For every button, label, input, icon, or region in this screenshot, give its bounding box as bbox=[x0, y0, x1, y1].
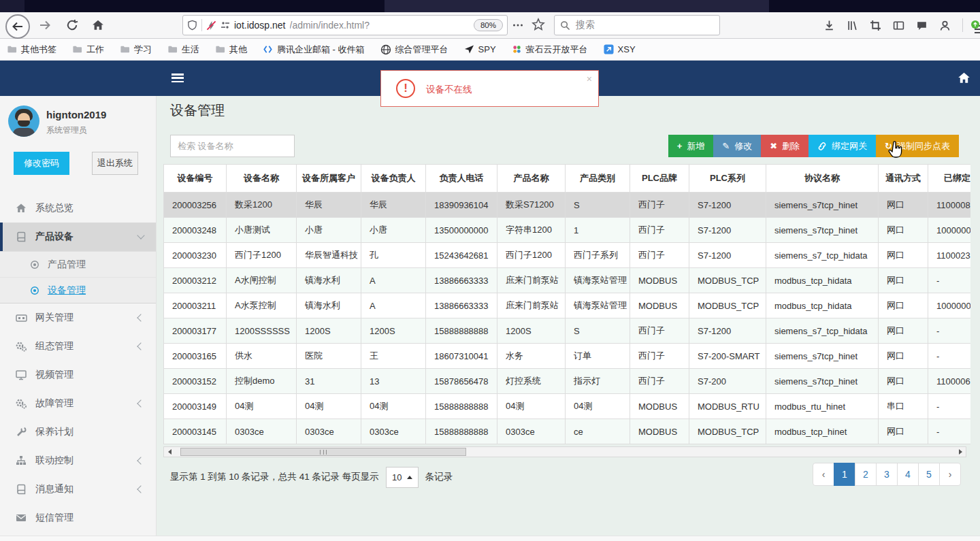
next-page-button[interactable]: › bbox=[939, 463, 961, 486]
table-cell: A水泵控制 bbox=[227, 293, 297, 318]
column-header-4: 负责人电话 bbox=[426, 165, 497, 193]
sidebar-item-products[interactable]: 产品设备 bbox=[0, 223, 156, 251]
screenshot-crop-icon[interactable] bbox=[870, 20, 881, 31]
permissions-icon[interactable] bbox=[220, 20, 230, 30]
folder-icon bbox=[72, 44, 82, 54]
chevron-left-icon bbox=[137, 399, 144, 407]
page-button-4[interactable]: 4 bbox=[897, 463, 919, 486]
table-cell: 15888888888 bbox=[426, 394, 497, 419]
app-home-button[interactable] bbox=[958, 71, 970, 84]
edit-button[interactable]: ✎修改 bbox=[713, 135, 761, 157]
table-cell: 镇海泵站管理 bbox=[566, 293, 630, 318]
table-cell: S bbox=[566, 193, 630, 218]
page-button-1[interactable]: 1 bbox=[834, 463, 855, 486]
library-icon[interactable] bbox=[847, 20, 858, 31]
table-cell: 华辰 bbox=[297, 193, 361, 218]
table-cell: 网口 bbox=[879, 293, 928, 318]
table-cell: 网口 bbox=[879, 268, 928, 293]
change-password-button[interactable]: 修改密码 bbox=[14, 152, 69, 175]
table-row-8[interactable]: 20000314904测04测04测1588888888804测04测MODBU… bbox=[164, 394, 971, 419]
table-cell: - bbox=[928, 318, 971, 344]
bookmark-star-button[interactable] bbox=[532, 18, 545, 31]
sidebar-item-linkage[interactable]: 联动控制 bbox=[0, 446, 156, 475]
download-icon[interactable] bbox=[823, 20, 835, 31]
table-row-0[interactable]: 200003256数采1200华辰华辰18390936104数采S71200S西… bbox=[164, 193, 971, 218]
delete-button[interactable]: ✖删除 bbox=[761, 135, 808, 157]
bookmark-tencent-mail[interactable]: 腾讯企业邮箱 - 收件箱 bbox=[263, 44, 365, 56]
device-search-input[interactable] bbox=[170, 135, 295, 157]
table-cell: 200003177 bbox=[164, 318, 227, 344]
bookmark-work[interactable]: 工作 bbox=[72, 44, 104, 56]
url-bar[interactable]: iot.idosp.net/admin/index.html? 80% bbox=[182, 15, 508, 35]
table-cell: 网口 bbox=[879, 318, 928, 344]
bookmark-life[interactable]: 生活 bbox=[167, 44, 199, 56]
folder-icon bbox=[167, 44, 178, 54]
table-cell: S7-1200 bbox=[689, 318, 766, 344]
sidebar-item-fault[interactable]: 故障管理 bbox=[0, 389, 156, 418]
table-cell: 王 bbox=[361, 344, 426, 369]
table-row-1[interactable]: 200003248小唐测试小唐小唐13500000000字符串12001西门子S… bbox=[164, 218, 971, 243]
table-cell: 0303ce bbox=[361, 419, 426, 444]
table-cell: 孔 bbox=[361, 243, 426, 268]
add-button[interactable]: +新增 bbox=[668, 135, 714, 157]
zoom-level-badge[interactable]: 80% bbox=[474, 19, 503, 31]
alert-close-icon[interactable]: × bbox=[587, 73, 592, 84]
sidebar-item-overview[interactable]: 系统总览 bbox=[0, 194, 156, 223]
horizontal-scrollbar[interactable] bbox=[163, 446, 966, 457]
bookmark-study[interactable]: 学习 bbox=[120, 44, 152, 56]
forward-button[interactable] bbox=[34, 14, 56, 36]
sidebar-item-scada[interactable]: 组态管理 bbox=[0, 332, 156, 361]
sidebar-item-sms[interactable]: 短信管理 bbox=[0, 504, 156, 532]
scroll-left-button[interactable] bbox=[164, 447, 175, 457]
table-row-4[interactable]: 200003211A水泵控制镇海水利A13886663333庶来门前泵站镇海泵站… bbox=[164, 293, 971, 318]
browser-tab[interactable] bbox=[385, 0, 769, 12]
bind-gateway-button[interactable]: 绑定网关 bbox=[808, 135, 876, 157]
browser-search[interactable]: 搜索 bbox=[554, 15, 720, 35]
update-badge-icon bbox=[971, 20, 979, 29]
sidebar-collapse-button[interactable] bbox=[172, 73, 184, 82]
column-header-2: 设备所属客户 bbox=[297, 165, 361, 193]
pocket-chat-icon[interactable] bbox=[916, 20, 928, 31]
wrench-icon bbox=[15, 427, 27, 438]
bookmark-xsy[interactable]: XSY bbox=[604, 44, 636, 54]
browser-toolbar: iot.idosp.net/admin/index.html? 80% 搜索 bbox=[0, 12, 980, 39]
sidebar-item-notification[interactable]: 消息通知 bbox=[0, 475, 156, 504]
back-button[interactable] bbox=[5, 14, 30, 39]
sidebar-item-product-mgmt[interactable]: 产品管理 bbox=[0, 252, 156, 278]
account-icon[interactable] bbox=[939, 20, 951, 31]
bookmark-ezviz[interactable]: 萤石云开放平台 bbox=[512, 44, 588, 56]
sidebar-item-device-mgmt[interactable]: 设备管理 bbox=[0, 278, 156, 303]
scrollbar-thumb[interactable] bbox=[180, 448, 466, 456]
bookmark-spy[interactable]: SPY bbox=[464, 44, 496, 54]
table-row-5[interactable]: 2000031771200SSSSSS1200S1200S15888888888… bbox=[164, 318, 971, 344]
sidebar-toggle-icon[interactable] bbox=[893, 20, 904, 31]
chevron-left-icon bbox=[137, 342, 144, 350]
bookmark-mgmt-platform[interactable]: 综合管理平台 bbox=[380, 44, 448, 56]
sidebar-item-gateway[interactable]: 网关管理 bbox=[0, 304, 156, 332]
page-button-3[interactable]: 3 bbox=[876, 463, 898, 486]
bookmark-misc[interactable]: 其他 bbox=[215, 44, 247, 56]
table-cell: 15888888888 bbox=[426, 419, 497, 444]
page-size-select[interactable]: 10 bbox=[386, 467, 419, 488]
page-button-5[interactable]: 5 bbox=[918, 463, 940, 486]
table-row-6[interactable]: 200003165供水医院王18607310041水务订单西门子S7-200-S… bbox=[164, 344, 971, 369]
sidebar-item-video[interactable]: 视频管理 bbox=[0, 361, 156, 389]
table-row-3[interactable]: 200003212A水闸控制镇海水利A13886663333庶来门前泵站镇海泵站… bbox=[164, 268, 971, 293]
table-cell: 200003152 bbox=[164, 369, 227, 394]
logout-button[interactable]: 退出系统 bbox=[92, 152, 138, 175]
table-cell: 网口 bbox=[879, 369, 928, 394]
browser-home-button[interactable] bbox=[87, 14, 109, 36]
reload-button[interactable] bbox=[61, 14, 83, 36]
blocked-plugin-icon[interactable] bbox=[206, 20, 216, 31]
prev-page-button[interactable]: ‹ bbox=[813, 463, 834, 486]
scroll-right-button[interactable] bbox=[955, 447, 966, 457]
globe-icon bbox=[380, 44, 391, 55]
table-row-7[interactable]: 200003152控制demo311315878656478灯控系统指示灯西门子… bbox=[164, 369, 971, 394]
table-row-2[interactable]: 200003230西门子1200华辰智通科技孔15243642681西门子120… bbox=[164, 243, 971, 268]
page-button-2[interactable]: 2 bbox=[855, 463, 877, 486]
bookmark-other[interactable]: 其他书签 bbox=[7, 44, 56, 56]
table-cell: 1 bbox=[566, 218, 630, 243]
table-row-9[interactable]: 2000031450303ce0303ce0303ce1588888888803… bbox=[164, 419, 971, 444]
page-actions-button[interactable] bbox=[512, 19, 524, 31]
sidebar-item-maintenance[interactable]: 保养计划 bbox=[0, 418, 156, 446]
